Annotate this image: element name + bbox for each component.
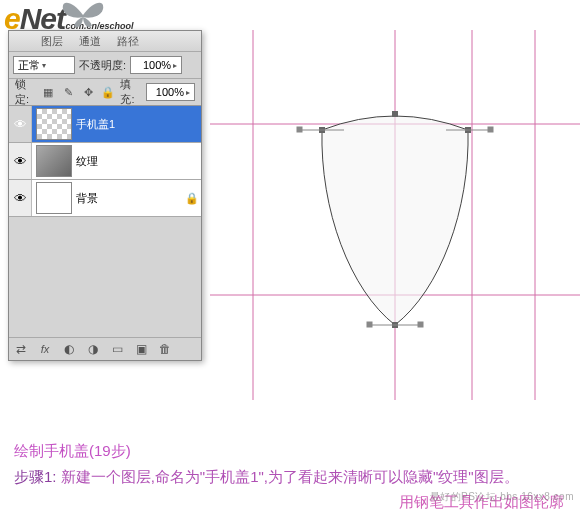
lock-brush-icon[interactable]: ✎ [60,84,76,100]
layer-thumbnail[interactable] [36,182,72,214]
step-label: 步骤1: [14,468,57,485]
fx-icon[interactable]: fx [37,341,53,357]
group-icon[interactable]: ▭ [109,341,125,357]
layer-thumbnail[interactable] [36,108,72,140]
svg-rect-11 [367,322,372,327]
visibility-toggle[interactable]: 👁 [9,106,32,142]
opacity-label: 不透明度: [79,58,126,73]
lock-move-icon[interactable]: ✥ [80,84,96,100]
trash-icon[interactable]: 🗑 [157,341,173,357]
new-icon[interactable]: ▣ [133,341,149,357]
step-body: 新建一个图层,命名为"手机盖1",为了看起来清晰可以隐藏"纹理"图层。 [61,468,519,485]
panel-footer: ⇄ fx ◐ ◑ ▭ ▣ 🗑 [9,337,201,360]
blend-mode-select[interactable]: 正常▾ [13,56,75,74]
lock-label: 锁定: [15,77,38,107]
watermark-text: 最好的PS论坛-bbs.16xx8.com [430,490,574,504]
layer-name-label[interactable]: 纹理 [76,154,185,169]
svg-rect-7 [392,111,398,117]
lock-icon: 🔒 [185,192,201,205]
visibility-toggle[interactable]: 👁 [9,143,32,179]
fill-input[interactable]: 100%▸ [146,83,195,101]
eye-icon: 👁 [14,154,27,169]
layer-name-label[interactable]: 背景 [76,191,185,206]
canvas-drawing [210,30,580,400]
eye-icon: 👁 [14,191,27,206]
eye-icon: 👁 [14,117,27,132]
lock-all-icon[interactable]: 🔒 [100,84,116,100]
layer-thumbnail[interactable] [36,145,72,177]
layer-row[interactable]: 👁 手机盖1 [9,106,201,143]
layer-name-label[interactable]: 手机盖1 [76,117,185,132]
mask-icon[interactable]: ◐ [61,341,77,357]
layer-row[interactable]: 👁 背景 🔒 [9,180,201,217]
svg-rect-16 [488,127,493,132]
link-icon[interactable]: ⇄ [13,341,29,357]
instruction-text: 绘制手机盖(19步) 步骤1: 新建一个图层,命名为"手机盖1",为了看起来清晰… [14,438,519,489]
adjust-icon[interactable]: ◑ [85,341,101,357]
opacity-input[interactable]: 100%▸ [130,56,182,74]
svg-rect-14 [297,127,302,132]
visibility-toggle[interactable]: 👁 [9,180,32,216]
layers-list: 👁 手机盖1 👁 纹理 👁 背景 🔒 [9,106,201,337]
svg-rect-12 [418,322,423,327]
layers-panel: 图层 通道 路径 正常▾ 不透明度: 100%▸ 锁定: ▦ ✎ ✥ 🔒 填充:… [8,30,202,361]
layers-empty-area [9,217,201,337]
lock-transparency-icon[interactable]: ▦ [40,84,56,100]
site-logo: eNet.com.cn/eschool [4,2,134,36]
butterfly-icon [59,0,107,31]
fill-label: 填充: [120,77,143,107]
instruction-title: 绘制手机盖(19步) [14,438,519,464]
layer-row[interactable]: 👁 纹理 [9,143,201,180]
